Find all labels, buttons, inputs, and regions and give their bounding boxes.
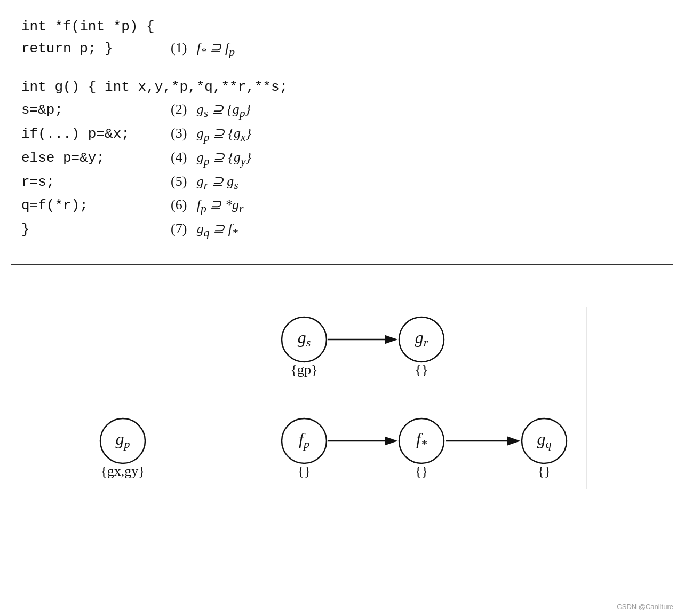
constraint-2: (2) gs ⊇ {gp} xyxy=(171,99,251,123)
constraint-num-1: (1) xyxy=(171,40,187,56)
function-g: int g() { int x,y,*p,*q,**r,**s; s=&p; (… xyxy=(21,76,663,242)
code-return: return p; } xyxy=(21,38,160,59)
code-and-constraints: int *f(int *p) { return p; } (1) f* ⊇ fp… xyxy=(0,0,684,253)
node-gq-caption: {} xyxy=(538,463,551,479)
constraint-1: (1) f* ⊇ fp xyxy=(171,37,235,61)
constraint-7: (7) gq ⊇ f* xyxy=(171,218,238,242)
constraint-5: (5) gr ⊇ gs xyxy=(171,171,238,195)
line-f2-row: return p; } (1) f* ⊇ fp xyxy=(21,37,663,61)
function-f: int *f(int *p) { return p; } (1) f* ⊇ fp xyxy=(21,16,663,61)
line-g7-row: } (7) gq ⊇ f* xyxy=(21,218,663,242)
code-if: if(...) p=&x; xyxy=(21,123,160,145)
constraint-graph: gs {gp} gr {} gp {gx,gy} fp {} f* {} gq xyxy=(0,275,684,574)
node-gr-caption: {} xyxy=(415,362,428,377)
line-g4-row: else p=&y; (4) gp ⊇ {gy} xyxy=(21,147,663,171)
code-q: q=f(*r); xyxy=(21,195,160,216)
code-else: else p=&y; xyxy=(21,147,160,169)
code-close: } xyxy=(21,219,160,240)
watermark: CSDN @Canliture xyxy=(617,603,673,611)
graph-section: gs {gp} gr {} gp {gx,gy} fp {} f* {} gq xyxy=(0,275,684,574)
constraint-6: (6) fp ⊇ *gr xyxy=(171,194,243,218)
node-gs-caption: {gp} xyxy=(291,362,318,377)
node-fp-caption: {} xyxy=(298,463,311,479)
constraint-4: (4) gp ⊇ {gy} xyxy=(171,147,251,171)
line-f1: int *f(int *p) { xyxy=(21,16,663,37)
constraint-3: (3) gp ⊇ {gx} xyxy=(171,123,251,147)
line-g5-row: r=s; (5) gr ⊇ gs xyxy=(21,171,663,195)
line-g2-row: s=&p; (2) gs ⊇ {gp} xyxy=(21,99,663,123)
line-g6-row: q=f(*r); (6) fp ⊇ *gr xyxy=(21,194,663,218)
node-fstar-caption: {} xyxy=(415,463,428,479)
node-gp-caption: {gx,gy} xyxy=(100,463,145,479)
code-r: r=s; xyxy=(21,171,160,193)
line-g-decl: int g() { int x,y,*p,*q,**r,**s; xyxy=(21,76,663,98)
section-divider xyxy=(11,264,673,265)
constraint-math-1: f* ⊇ fp xyxy=(197,40,235,56)
line-g3-row: if(...) p=&x; (3) gp ⊇ {gx} xyxy=(21,123,663,147)
code-s-assign: s=&p; xyxy=(21,99,160,121)
